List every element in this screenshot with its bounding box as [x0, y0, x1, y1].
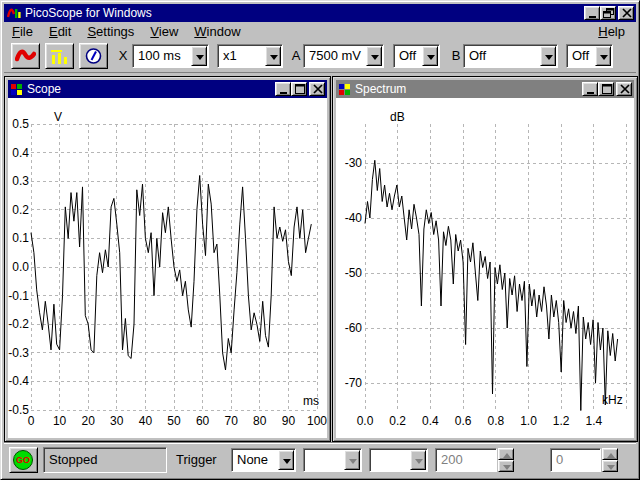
spectrum-view-button[interactable] [45, 43, 74, 69]
spectrum-window-icon [338, 82, 352, 96]
y-tick-label: 0.4 [12, 146, 29, 160]
close-icon [619, 84, 631, 95]
multiplier-value: x1 [223, 45, 237, 67]
spin-up-button[interactable] [602, 448, 618, 460]
minimize-icon [585, 84, 597, 95]
trigger-mode-value: None [237, 449, 268, 471]
spin-up-button[interactable] [498, 448, 514, 460]
spectrum-trace [365, 160, 618, 410]
go-button[interactable]: GO [9, 447, 38, 473]
x-timebase-label: X [116, 43, 130, 69]
scope-minimize-button[interactable] [275, 82, 291, 96]
status-panel: Stopped [43, 447, 167, 473]
restore-icon [603, 8, 615, 19]
maximize-icon [294, 84, 306, 95]
timebase-dropdown[interactable]: 100 ms [132, 44, 209, 68]
menu-item-window[interactable]: Window [186, 22, 248, 40]
x-axis-unit-label: ms [303, 394, 319, 408]
meter-gauge-icon [83, 48, 104, 64]
scope-trace [31, 176, 311, 371]
x-tick-label: 90 [282, 414, 296, 428]
scope-view-button[interactable] [11, 43, 40, 69]
spin-down-button[interactable] [602, 460, 618, 472]
trigger-threshold-field[interactable]: 200 [435, 448, 497, 472]
spin-down-button[interactable] [498, 460, 514, 472]
spectrum-close-button[interactable] [616, 82, 632, 96]
dropdown-arrow-icon[interactable] [422, 46, 438, 66]
close-button[interactable] [618, 6, 634, 20]
trigger-label: Trigger [176, 447, 217, 473]
x-tick-label: 1.4 [586, 414, 603, 428]
x-tick-label: 80 [253, 414, 267, 428]
x-tick-label: 60 [196, 414, 210, 428]
channel-b-coupling-dropdown[interactable]: Off [566, 44, 613, 68]
spectrum-chart: 0.00.20.40.60.81.01.21.4-30-40-50-60-70d… [336, 98, 634, 438]
x-tick-label: 10 [53, 414, 67, 428]
trigger-delay-field[interactable]: 0 [550, 448, 601, 472]
y-tick-label: -0.5 [8, 403, 29, 417]
toolbar: X 100 ms x1 A 7500 mV Off B Off Off [4, 40, 636, 73]
channel-a-range-dropdown[interactable]: 7500 mV [303, 44, 384, 68]
y-tick-label: 0.5 [12, 117, 29, 131]
y-tick-label: -0.4 [8, 374, 29, 388]
x-tick-label: 1.0 [520, 414, 537, 428]
scope-window-titlebar[interactable]: Scope [8, 80, 327, 98]
dropdown-arrow-icon [344, 450, 360, 470]
menu-item-view[interactable]: View [142, 22, 186, 40]
app-title: PicoScope for Windows [25, 6, 152, 20]
trigger-direction-dropdown[interactable] [369, 448, 428, 472]
trigger-channel-dropdown[interactable] [303, 448, 362, 472]
channel-a-label: A [289, 43, 303, 69]
dropdown-arrow-icon[interactable] [265, 46, 281, 66]
trigger-threshold-value: 200 [441, 449, 463, 471]
y-axis-unit-label: V [54, 110, 62, 124]
menu-item-file[interactable]: File [4, 22, 41, 40]
spectrum-minimize-button[interactable] [582, 82, 598, 96]
scope-window-title: Scope [27, 82, 61, 96]
trigger-delay-value: 0 [556, 449, 563, 471]
scope-window: Scope 01020304050607080901000.50.40.30.2… [4, 76, 331, 442]
go-icon: GO [13, 450, 33, 470]
statusbar: GO Stopped Trigger None 200 0 [4, 442, 636, 476]
arrow-down-icon [607, 465, 615, 470]
dropdown-arrow-icon[interactable] [540, 46, 556, 66]
dropdown-arrow-icon[interactable] [278, 450, 294, 470]
x-tick-label: 0.2 [389, 414, 406, 428]
restore-button[interactable] [600, 6, 616, 20]
close-icon [312, 84, 324, 95]
dropdown-arrow-icon[interactable] [191, 46, 207, 66]
scope-close-button[interactable] [309, 82, 325, 96]
spectrum-window-titlebar[interactable]: Spectrum [336, 80, 634, 98]
app-titlebar[interactable]: PicoScope for Windows [4, 4, 636, 22]
x-tick-label: 1.2 [553, 414, 570, 428]
picoscope-app-window: PicoScope for Windows FileEditSettingsVi… [0, 0, 640, 480]
x-tick-label: 20 [82, 414, 96, 428]
dropdown-arrow-icon[interactable] [366, 46, 382, 66]
x-tick-label: 70 [225, 414, 239, 428]
spectrum-maximize-button[interactable] [598, 82, 614, 96]
timebase-value: 100 ms [138, 45, 181, 67]
menu-item-help[interactable]: Help [590, 22, 633, 40]
menu-item-settings[interactable]: Settings [79, 22, 142, 40]
trigger-mode-dropdown[interactable]: None [231, 448, 296, 472]
arrow-up-icon [503, 453, 511, 458]
trigger-threshold-spinner [498, 448, 514, 472]
channel-a-coupling-dropdown[interactable]: Off [393, 44, 440, 68]
x-tick-label: 0.6 [455, 414, 472, 428]
dropdown-arrow-icon[interactable] [595, 46, 611, 66]
close-icon [621, 8, 633, 19]
channel-b-coupling-value: Off [572, 45, 589, 67]
menu-item-edit[interactable]: Edit [41, 22, 79, 40]
multiplier-dropdown[interactable]: x1 [217, 44, 283, 68]
minimize-icon [587, 8, 599, 19]
minimize-button[interactable] [584, 6, 600, 20]
channel-b-range-dropdown[interactable]: Off [463, 44, 558, 68]
scope-maximize-button[interactable] [291, 82, 307, 96]
y-tick-label: 0.0 [12, 260, 29, 274]
y-axis-unit-label: dB [390, 110, 405, 124]
y-tick-label: -60 [345, 321, 363, 335]
channel-a-range-value: 7500 mV [309, 45, 361, 67]
y-tick-label: -0.2 [8, 317, 29, 331]
y-tick-label: 0.1 [12, 231, 29, 245]
meter-view-button[interactable] [79, 43, 108, 69]
